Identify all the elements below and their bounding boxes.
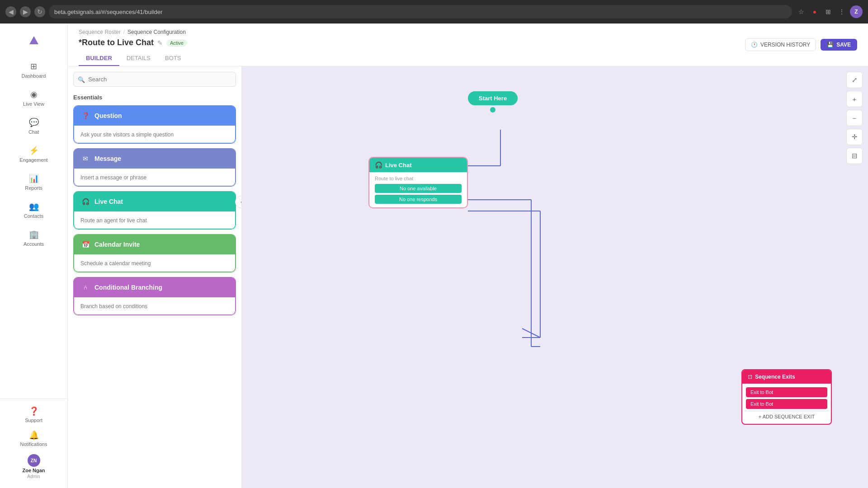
breadcrumb-current: Sequence Configuration [127,29,186,35]
message-card-desc: Insert a message or phrase [80,174,146,181]
breadcrumb-parent[interactable]: Sequence Roster [79,29,121,35]
extension-icon[interactable]: ● [809,6,820,17]
page-title: *Route to Live Chat [79,38,154,47]
sidebar-item-reports[interactable]: 📊 Reports [4,169,64,195]
sidebar-item-contacts[interactable]: 👥 Contacts [4,197,64,223]
sidebar-item-engagement[interactable]: ⚡ Engagement [4,141,64,167]
sidebar-user[interactable]: ZN Zoe Ngan Admin [0,450,67,483]
layers-icon: ⊟ [852,152,858,160]
sidebar-bottom: ❓ Support 🔔 Notifications ZN Zoe Ngan Ad… [0,399,67,483]
canvas[interactable]: Start Here 🎧 Live Chat Route to live cha… [242,66,868,488]
move-tool-button[interactable]: ✛ [846,129,863,145]
sidebar-item-accounts[interactable]: 🏢 Accounts [4,225,64,251]
live-chat-card-desc: Route an agent for live chat [80,217,147,224]
canvas-toolbar: ⤢ + − ✛ ⊟ [846,72,863,164]
live-chat-card-icon: 🎧 [80,196,91,207]
start-node-label: Start Here [468,91,518,105]
refresh-button[interactable]: ↻ [34,6,45,17]
collapse-panel-button[interactable]: ‹ [235,196,242,208]
support-icon: ❓ [29,406,39,416]
notifications-icon: 🔔 [29,430,39,440]
exit-item-2[interactable]: Exit to Bot [746,399,827,409]
zoom-in-icon: + [853,95,857,103]
component-card-question[interactable]: ❓ Question Ask your site visitors a simp… [73,105,236,144]
fullscreen-button[interactable]: ⤢ [846,72,863,88]
message-card-title: Message [94,155,121,162]
sequence-exits-title: Sequence Exits [755,374,795,380]
sidebar-logo[interactable] [0,29,67,52]
sidebar-item-dashboard[interactable]: ⊞ Dashboard [4,57,64,83]
question-card-icon: ❓ [80,110,91,121]
live-chat-node-icon: 🎧 [375,161,382,169]
component-card-conditional[interactable]: ⑃ Conditional Branching Branch based on … [73,277,236,315]
edit-title-icon[interactable]: ✎ [157,39,163,47]
conditional-card-icon: ⑃ [80,282,91,293]
live-chat-node-btn1[interactable]: No one available [375,184,462,193]
breadcrumb-separator: / [123,29,125,35]
layers-button[interactable]: ⊟ [846,148,863,164]
message-card-icon: ✉ [80,153,91,164]
search-icon: 🔍 [78,76,85,83]
zoom-out-button[interactable]: − [846,110,863,126]
page-title-row: *Route to Live Chat ✎ Active [79,38,187,47]
search-input[interactable] [73,72,236,87]
section-label-essentials: Essentials [73,94,236,101]
browser-chrome: ◀ ▶ ↻ beta.getsignals.ai/#/sequences/41/… [0,0,868,23]
add-sequence-exit-button[interactable]: + ADD SEQUENCE EXIT [744,411,829,422]
dashboard-icon: ⊞ [30,61,37,71]
live-chat-node-btn2[interactable]: No one responds [375,195,462,204]
app-container: ⊞ Dashboard ◉ Live View 💬 Chat ⚡ Engagem… [0,0,868,488]
save-button[interactable]: 💾 SAVE [821,39,857,51]
builder-area: 🔍 Essentials ❓ Question Ask your site vi… [68,66,868,488]
live-chat-node[interactable]: 🎧 Live Chat Route to live chat No one av… [368,157,468,208]
user-avatar[interactable]: Z [850,5,863,18]
sidebar-item-live-view[interactable]: ◉ Live View [4,85,64,111]
conditional-card-desc: Branch based on conditions [80,303,147,310]
main-content: Sequence Roster / Sequence Configuration… [68,23,868,488]
url-bar[interactable]: beta.getsignals.ai/#/sequences/41/builde… [49,5,792,19]
canvas-connections [242,66,868,488]
bookmark-icon[interactable]: ☆ [796,6,807,17]
component-card-message[interactable]: ✉ Message Insert a message or phrase [73,148,236,187]
tab-bots[interactable]: BOTS [158,51,188,66]
live-chat-node-title: Live Chat [385,162,412,169]
chat-icon: 💬 [29,117,39,127]
component-card-calendar[interactable]: 📅 Calendar Invite Schedule a calendar me… [73,234,236,272]
start-node: Start Here [468,91,518,113]
accounts-icon: 🏢 [29,230,39,239]
zoom-in-button[interactable]: + [846,91,863,107]
sidebar-item-notifications[interactable]: 🔔 Notifications [0,427,67,450]
component-card-live-chat[interactable]: 🎧 Live Chat Route an agent for live chat [73,191,236,230]
start-dot [490,107,495,113]
live-chat-node-subtitle: Route to live chat [375,176,462,181]
version-history-button[interactable]: 🕐 VERSION HISTORY [745,38,816,51]
forward-button[interactable]: ▶ [20,6,31,17]
sidebar: ⊞ Dashboard ◉ Live View 💬 Chat ⚡ Engagem… [0,23,68,488]
tab-details[interactable]: DETAILS [119,51,158,66]
history-icon: 🕐 [751,42,758,48]
fullscreen-icon: ⤢ [852,76,858,84]
sidebar-item-chat[interactable]: 💬 Chat [4,113,64,139]
question-card-title: Question [94,112,122,119]
contacts-icon: 👥 [29,202,39,211]
move-icon: ✛ [852,133,858,141]
sidebar-item-support[interactable]: ❓ Support [0,403,67,427]
exit-item-1[interactable]: Exit to Bot [746,387,827,397]
calendar-card-title: Calendar Invite [94,241,140,248]
tabs-row: BUILDER DETAILS BOTS [79,51,857,66]
svg-line-8 [522,328,540,338]
extensions-icon[interactable]: ⊞ [823,6,834,17]
question-card-desc: Ask your site visitors a simple question [80,131,174,138]
tab-builder[interactable]: BUILDER [79,51,119,66]
status-badge: Active [166,39,187,47]
back-button[interactable]: ◀ [5,6,16,17]
save-icon: 💾 [827,42,834,48]
browser-actions: ☆ ● ⊞ ⋮ Z [796,5,863,18]
page-header: Sequence Roster / Sequence Configuration… [68,23,868,66]
header-actions: 🕐 VERSION HISTORY 💾 SAVE [745,38,857,51]
exits-icon: ⊡ [748,374,752,380]
calendar-card-desc: Schedule a calendar meeting [80,260,151,267]
user-avatar-sidebar: ZN [28,454,40,467]
conditional-card-title: Conditional Branching [94,284,162,291]
menu-icon[interactable]: ⋮ [836,6,847,17]
